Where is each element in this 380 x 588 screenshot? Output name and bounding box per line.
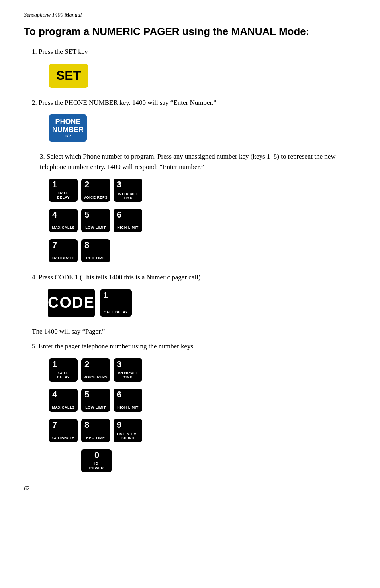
step5-key-0-number: 0 [94, 451, 99, 460]
step-5-keys-row1: 1 CALL DELAY 2 VOICE REPS 3 INTERCALL TI… [48, 357, 356, 383]
key-8-number: 8 [84, 241, 89, 250]
step5-key-6-number: 6 [116, 390, 121, 399]
set-key[interactable]: SET [49, 64, 88, 88]
step-5-keys-row2: 4 MAX CALLS 5 LOW LIMIT 6 HIGH LIMIT [48, 387, 356, 413]
key-7-label: CALIBRATE [52, 256, 74, 260]
step5-key-8[interactable]: 8 REC TIME [81, 419, 110, 442]
key-6-label: HIGH LIMIT [117, 226, 139, 230]
step-3-keys-row1: 1 CALL DELAY 2 VOICE REPS 3 INTERCALL TI… [48, 177, 356, 203]
step5-key-8-number: 8 [84, 421, 89, 429]
step5-key-2-label: VOICE REPS [84, 375, 108, 380]
key-4-label: MAX CALLS [52, 226, 75, 230]
phone-number-key[interactable]: PHONENUMBER T/P [49, 114, 87, 142]
step5-key-5[interactable]: 5 LOW LIMIT [81, 389, 110, 412]
step5-key-0[interactable]: 0 IDPOWER [81, 449, 112, 472]
key-code-1-label: CALL DELAY [104, 310, 128, 315]
key-3[interactable]: 3 INTERCALL TIME [114, 179, 142, 202]
step5-key-9-label: LISTEN TIMESOUND [117, 432, 139, 440]
step-3-text: 3. Select which Phone number to program.… [40, 151, 356, 172]
code-key[interactable]: CODE [48, 289, 95, 317]
step5-key-1-number: 1 [51, 360, 57, 369]
step-2-keys: PHONENUMBER T/P [48, 113, 356, 143]
key-code-1[interactable]: 1 CALL DELAY [100, 289, 132, 317]
between-text: The 1400 will say “Pager.” [32, 326, 356, 337]
step5-key-7-label: CALIBRATE [52, 436, 74, 440]
step-3-keys-row2: 4 MAX CALLS 5 LOW LIMIT 6 HIGH LIMIT [48, 208, 356, 233]
step-3: 3. Select which Phone number to program.… [24, 151, 356, 264]
main-title: To program a NUMERIC PAGER using the MAN… [24, 26, 356, 38]
step5-key-7[interactable]: 7 CALIBRATE [49, 419, 78, 442]
step-4-text: 4. Press CODE 1 (This tells 1400 this is… [32, 272, 356, 283]
step5-key-4-number: 4 [51, 390, 57, 399]
step-5-keys-row4: 0 IDPOWER [48, 448, 356, 474]
key-7-number: 7 [51, 241, 57, 250]
key-5[interactable]: 5 LOW LIMIT [81, 209, 110, 232]
step-5: 5. Enter the pager telephone number usin… [24, 341, 356, 474]
step5-key-6-label: HIGH LIMIT [117, 405, 139, 410]
key-6-number: 6 [116, 210, 121, 219]
step-1-text: 1. Press the SET key [32, 47, 356, 57]
step5-key-9-number: 9 [116, 421, 121, 429]
page-header: Sensaphone 1400 Manual [24, 12, 356, 18]
set-key-label: SET [56, 68, 81, 83]
step5-key-4[interactable]: 4 MAX CALLS [49, 389, 78, 412]
key-1-label: CALL DELAY [51, 191, 75, 200]
key-4-number: 4 [51, 210, 57, 219]
key-2[interactable]: 2 VOICE REPS [81, 179, 110, 202]
step5-key-2[interactable]: 2 VOICE REPS [81, 358, 110, 382]
code-key-label: CODE [48, 294, 95, 311]
step-5-keys-row3: 7 CALIBRATE 8 REC TIME 9 LISTEN TIMESOUN… [48, 418, 356, 443]
key-6[interactable]: 6 HIGH LIMIT [114, 209, 142, 232]
key-2-number: 2 [84, 180, 89, 189]
step-3-keys-row3: 7 CALIBRATE 8 REC TIME [48, 238, 356, 264]
step5-key-2-number: 2 [84, 360, 89, 369]
key-4[interactable]: 4 MAX CALLS [49, 209, 78, 232]
step5-key-6[interactable]: 6 HIGH LIMIT [114, 389, 142, 412]
key-8[interactable]: 8 REC TIME [81, 239, 110, 262]
key-7[interactable]: 7 CALIBRATE [49, 239, 78, 262]
phone-key-sub-label: T/P [65, 134, 71, 138]
key-5-label: LOW LIMIT [85, 226, 106, 230]
step5-key-8-label: REC TIME [86, 436, 105, 440]
step-1: 1. Press the SET key SET [24, 47, 356, 89]
step-4-keys: CODE 1 CALL DELAY [48, 288, 356, 318]
step-2: 2. Press the PHONE NUMBER key. 1400 will… [24, 98, 356, 143]
key-3-label: INTERCALL TIME [116, 192, 140, 200]
step5-key-5-number: 5 [84, 390, 89, 399]
step5-key-3-number: 3 [116, 360, 121, 369]
step5-key-3[interactable]: 3 INTERCALL TIME [114, 358, 142, 382]
key-5-number: 5 [84, 210, 89, 219]
key-3-number: 3 [116, 180, 121, 189]
step5-key-1[interactable]: 1 CALL DELAY [49, 358, 78, 382]
step-5-text: 5. Enter the pager telephone number usin… [32, 341, 356, 352]
step-1-keys: SET [48, 63, 356, 89]
page-number: 62 [24, 486, 356, 492]
step5-key-5-label: LOW LIMIT [85, 405, 106, 410]
step-2-text: 2. Press the PHONE NUMBER key. 1400 will… [32, 98, 356, 108]
key-1[interactable]: 1 CALL DELAY [49, 179, 78, 202]
phone-key-main-label: PHONENUMBER [52, 118, 84, 134]
step5-key-9[interactable]: 9 LISTEN TIMESOUND [114, 419, 142, 442]
key-8-label: REC TIME [86, 256, 105, 260]
step5-key-0-label: IDPOWER [89, 462, 104, 470]
step5-key-7-number: 7 [51, 421, 57, 429]
key-1-number: 1 [51, 180, 57, 189]
step5-key-4-label: MAX CALLS [52, 405, 75, 410]
key-code-1-number: 1 [102, 291, 108, 300]
step-4: 4. Press CODE 1 (This tells 1400 this is… [24, 272, 356, 318]
step5-key-3-label: INTERCALL TIME [116, 372, 140, 379]
step5-key-1-label: CALL DELAY [51, 371, 75, 380]
key-2-label: VOICE REPS [84, 195, 108, 200]
